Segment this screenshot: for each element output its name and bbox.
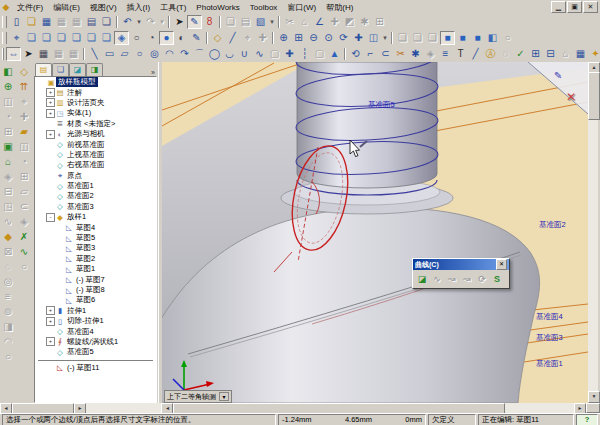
tree-item-sketch[interactable]: ◺草图2: [35, 254, 156, 264]
left-toolbar-button-hole-wizard[interactable]: ◎: [1, 274, 16, 289]
toolbar-button-view-isometric[interactable]: ◈: [114, 31, 129, 45]
toolbar-button-sketch-3point-arc[interactable]: ⌒: [192, 47, 207, 61]
toolbar-button-reference-coordinate-system[interactable]: ⌖: [240, 31, 255, 45]
toolbar-button-reference-point[interactable]: ✚: [255, 31, 270, 45]
tree-item-sketch[interactable]: ◺草图3: [35, 243, 156, 253]
toolbar-button-zoom-in-out[interactable]: ⊖: [306, 31, 321, 45]
toolbar-button-tool-plus[interactable]: ✚: [327, 15, 342, 29]
tree-item-plane[interactable]: ◇基准面1: [35, 181, 156, 191]
toolbar-button-note-annotation[interactable]: Ⓐ: [483, 47, 498, 61]
toolbar-button-standard-views[interactable]: ▧: [253, 15, 268, 29]
toolbar-button-sketch-fillet[interactable]: ⌐: [363, 47, 378, 61]
left-toolbar-button-loft[interactable]: ◔: [1, 109, 16, 124]
left-toolbar-button-extrude-boss[interactable]: ◧: [1, 64, 16, 79]
curves-toolbar-titlebar[interactable]: 曲线(C) ✕: [413, 259, 509, 270]
tree-expander[interactable]: -: [46, 213, 55, 222]
toolbar-button-tool-grid[interactable]: ⊞: [372, 15, 387, 29]
toolbar-button-camera-view[interactable]: ○: [500, 31, 515, 45]
tree-item-cut-extrude-feature[interactable]: +▯切除-拉伸1: [35, 316, 156, 326]
toolbar-button-rebuild[interactable]: 8: [202, 15, 217, 29]
toolbar-button-offset-entities[interactable]: ⊂: [378, 47, 393, 61]
tree-item-part[interactable]: ▣放样瓶模型: [35, 77, 156, 87]
left-toolbar-button-plane-tool[interactable]: ◇: [17, 64, 32, 79]
confirmation-sketch-icon[interactable]: ✎: [554, 70, 562, 81]
left-toolbar-button-mirror-feature[interactable]: ◨: [1, 319, 16, 334]
feature-manager-tab[interactable]: ▤: [35, 63, 52, 76]
toolbar-button-zoom-to-area[interactable]: ⊞: [291, 31, 306, 45]
tree-item-plane[interactable]: ◇基准面4: [35, 326, 156, 336]
left-toolbar-button-extrude-cut[interactable]: ▣: [1, 139, 16, 154]
toolbar-button-linear-sketch-pattern[interactable]: ≡: [438, 47, 453, 61]
tree-expander[interactable]: +: [46, 317, 55, 326]
tree-item-sketch[interactable]: ◺(-) 草图8: [35, 285, 156, 295]
toolbar-button-undo-dropdown[interactable]: ▾: [135, 15, 143, 29]
toolbar-button-sketch-partial-ellipse[interactable]: ◡: [222, 47, 237, 61]
tree-item-plane[interactable]: ◇基准面3: [35, 202, 156, 212]
toolbar-button-zoom-to-fit[interactable]: ⊕: [276, 31, 291, 45]
toolbar-button-tool-star[interactable]: ✱: [357, 15, 372, 29]
view-orientation-tab[interactable]: 上下二等角轴测 ▾: [164, 390, 232, 403]
toolbar-button-dimension-tool-a[interactable]: ▦: [51, 47, 66, 61]
tree-expander[interactable]: +: [46, 337, 55, 346]
vscroll-thumb[interactable]: [588, 72, 600, 120]
left-toolbar-button-point-tool[interactable]: ✚: [17, 109, 32, 124]
left-toolbar-button-linear-pattern[interactable]: ≡: [1, 289, 16, 304]
toolbar-button-3d-drawing-view[interactable]: ◫: [366, 31, 381, 45]
toolbar-grip[interactable]: [2, 16, 7, 28]
restore-button[interactable]: ▣: [567, 1, 582, 13]
tree-expander[interactable]: +: [46, 98, 55, 107]
toolbar-button-weld-symbol[interactable]: ⌂: [558, 47, 573, 61]
left-toolbar-button-offset-surface[interactable]: ◫: [17, 139, 32, 154]
left-toolbar-button-chamfer[interactable]: ∿: [1, 214, 16, 229]
tree-hscrollbar[interactable]: ◄ ►: [0, 403, 161, 413]
left-toolbar-button-untrim-surface[interactable]: ○: [17, 259, 32, 274]
tree-item-annotations-folder[interactable]: +▤注解: [35, 87, 156, 97]
toolbar-button-sketch-text-disabled[interactable]: ▢: [312, 47, 327, 61]
toolbar-button-sketch-ellipse[interactable]: ◯: [207, 47, 222, 61]
toolbar-button-split-entities[interactable]: ╱: [468, 47, 483, 61]
tree-expander[interactable]: +: [46, 306, 55, 315]
tree-item-plane[interactable]: ◇基准面2: [35, 191, 156, 201]
toolbar-button-display-shadow[interactable]: ◐: [174, 31, 189, 45]
tree-item-solid-bodies-folder[interactable]: +◳实体(1): [35, 108, 156, 118]
left-toolbar-button-revolve-cut[interactable]: ⌂: [1, 154, 16, 169]
tree-rollback-bar[interactable]: [38, 360, 153, 361]
tree-item-sketch[interactable]: ◺草图5: [35, 233, 156, 243]
left-toolbar-button-boundary[interactable]: ⊞: [1, 124, 16, 139]
curves-button-projected-curve[interactable]: ◪: [415, 272, 429, 286]
toolbar-button-new-document[interactable]: ▯: [9, 15, 24, 29]
toolbar-button-pattern-annotation[interactable]: ✦: [588, 47, 600, 61]
toolbar-button-construction-geometry[interactable]: ◈: [423, 47, 438, 61]
toolbar-button-view-bottom[interactable]: ❏: [99, 31, 114, 45]
toolbar-button-sketch-parallelogram[interactable]: ▱: [117, 47, 132, 61]
left-toolbar-button-coordinate-system-tool[interactable]: ⌖: [17, 94, 32, 109]
toolbar-grip[interactable]: [2, 32, 7, 44]
toolbar-button-extend-entities[interactable]: ✱: [408, 47, 423, 61]
tree-expander[interactable]: +: [46, 88, 55, 97]
toolbar-button-pan-view[interactable]: ✚: [351, 31, 366, 45]
toolbar-button-paste[interactable]: ▤: [238, 15, 253, 29]
curves-button-split-line[interactable]: S: [490, 272, 504, 286]
toolbar-button-select-sketch-entities[interactable]: ➤: [21, 47, 36, 61]
tree-item-helix-feature[interactable]: +∮螺旋线/涡状线1: [35, 337, 156, 347]
toolbar-button-save[interactable]: ▦: [39, 15, 54, 29]
view-tab-dropdown[interactable]: ▾: [219, 392, 229, 401]
left-toolbar-button-rib[interactable]: ◆: [1, 229, 16, 244]
left-toolbar-button-radiate-surface[interactable]: ◔: [17, 154, 32, 169]
left-toolbar-button-sweep-cut[interactable]: ◈: [1, 169, 16, 184]
toolbar-button-view-right[interactable]: ❏: [69, 31, 84, 45]
tree-item-material[interactable]: ≣材质 <未指定>: [35, 119, 156, 129]
toolbar-button-edit-sketch[interactable]: ✎: [189, 31, 204, 45]
toolbar-button-balloon-annotation[interactable]: ◌: [498, 47, 513, 61]
toolbar-button-print-preview[interactable]: ❏: [99, 15, 114, 29]
toolbar-button-sketch-tangent-arc[interactable]: ↷: [177, 47, 192, 61]
toolbar-button-sketch-centerline[interactable]: ┆: [297, 47, 312, 61]
toolbar-button-reference-axis[interactable]: ╱: [225, 31, 240, 45]
close-button[interactable]: ✕: [583, 1, 598, 13]
tree-item-plane[interactable]: ◇上视基准面: [35, 150, 156, 160]
tree-item-sketch[interactable]: ◺草图4: [35, 222, 156, 232]
menu-item-4[interactable]: 工具(T): [155, 3, 191, 12]
toolbar-button-save-all[interactable]: ▦: [69, 15, 84, 29]
left-toolbar-button-trim-surface[interactable]: ◈: [17, 214, 32, 229]
toolbar-button-sketch-centerpoint-arc[interactable]: ◠: [162, 47, 177, 61]
